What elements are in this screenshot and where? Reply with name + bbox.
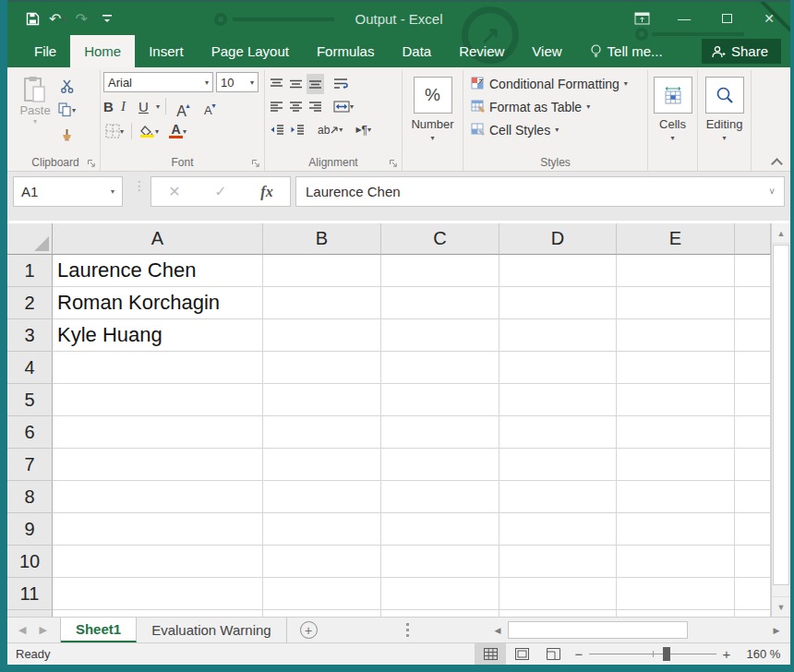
cell-partial[interactable] <box>735 384 771 416</box>
share-button[interactable]: Share <box>702 39 781 64</box>
undo-button[interactable]: ↶▾ <box>49 10 66 28</box>
cell-E5[interactable] <box>617 384 735 416</box>
text-direction-button[interactable]: ▶¶▾ <box>354 120 373 140</box>
cell-C2[interactable] <box>381 287 499 319</box>
cell-D4[interactable] <box>499 352 617 384</box>
align-center-button[interactable] <box>287 97 305 117</box>
cell-D6[interactable] <box>499 416 617 449</box>
enter-icon[interactable]: ✓ <box>214 183 226 200</box>
scroll-left-icon[interactable]: ◀ <box>489 621 506 639</box>
percent-icon[interactable]: % <box>414 77 452 114</box>
underline-button[interactable]: U <box>138 99 153 114</box>
decrease-font-size-button[interactable]: A▼ <box>199 104 217 109</box>
increase-indent-button[interactable] <box>288 120 307 140</box>
cell-partial[interactable] <box>735 578 771 610</box>
row-header-9[interactable]: 9 <box>7 513 53 546</box>
row-header-1[interactable]: 1 <box>7 255 53 287</box>
cell-B4[interactable] <box>263 352 381 384</box>
cell-partial[interactable] <box>735 287 771 319</box>
cell-E1[interactable] <box>617 255 735 287</box>
cell-B9[interactable] <box>263 513 381 546</box>
cell-B3[interactable] <box>263 319 381 352</box>
borders-dropdown-icon[interactable]: ▾ <box>120 127 124 136</box>
row-header-10[interactable]: 10 <box>7 546 53 578</box>
align-left-button[interactable] <box>268 97 285 117</box>
row-header-11[interactable]: 11 <box>7 578 53 610</box>
cell-B8[interactable] <box>263 481 381 513</box>
cell-E6[interactable] <box>617 416 735 449</box>
insert-function-icon[interactable]: fx <box>260 184 272 200</box>
decrease-indent-button[interactable] <box>268 120 286 140</box>
cell-C1[interactable] <box>381 255 499 287</box>
zoom-out-button[interactable]: − <box>569 646 589 662</box>
font-size-dropdown-icon[interactable]: ▾ <box>250 78 254 87</box>
cell-A3[interactable]: Kyle Huang <box>53 319 263 352</box>
bold-button[interactable]: B <box>103 99 118 114</box>
ribbon-tab-tell-me[interactable]: Tell me... <box>576 35 677 67</box>
cells-group[interactable]: Cells ▾ <box>648 70 698 171</box>
column-header-B[interactable]: B <box>263 223 381 255</box>
cancel-icon[interactable]: ✕ <box>168 183 180 200</box>
font-color-dropdown-icon[interactable]: ▾ <box>183 127 186 136</box>
editing-icon[interactable] <box>705 77 744 114</box>
borders-button[interactable]: ▾ <box>103 121 126 141</box>
normal-view-button[interactable] <box>475 643 506 665</box>
row-header-5[interactable]: 5 <box>7 384 53 416</box>
fill-color-dropdown-icon[interactable]: ▾ <box>155 127 159 136</box>
scroll-down-icon[interactable]: ▼ <box>772 596 790 617</box>
cell-C3[interactable] <box>381 319 499 352</box>
vertical-scrollbar[interactable]: ▲ ▼ <box>771 223 790 617</box>
cell-A4[interactable] <box>53 352 263 384</box>
cell-D5[interactable] <box>499 384 617 416</box>
select-all-corner[interactable] <box>7 223 53 255</box>
cell-B5[interactable] <box>263 384 381 416</box>
row-header-2[interactable]: 2 <box>7 287 53 319</box>
redo-button[interactable]: ↷▾ <box>75 10 91 28</box>
customize-qat-button[interactable] <box>102 13 113 24</box>
cell-E7[interactable] <box>617 449 735 481</box>
cell-partial[interactable] <box>735 546 771 578</box>
cell-E10[interactable] <box>617 546 735 578</box>
zoom-slider[interactable] <box>589 643 716 665</box>
page-break-preview-button[interactable] <box>537 643 569 665</box>
collapse-ribbon-icon[interactable] <box>773 157 781 165</box>
cell-D9[interactable] <box>499 513 617 546</box>
cell-E12[interactable] <box>617 610 735 617</box>
text-direction-dropdown-icon[interactable]: ▾ <box>367 126 371 134</box>
horizontal-scrollbar[interactable]: ◀ ▶ <box>489 621 785 639</box>
cell-C9[interactable] <box>381 513 499 546</box>
cell-D10[interactable] <box>499 546 617 578</box>
page-layout-view-button[interactable] <box>506 643 537 665</box>
column-header-E[interactable]: E <box>617 223 735 255</box>
conditional-formatting-dropdown-icon[interactable]: ▾ <box>624 79 628 88</box>
ribbon-tab-insert[interactable]: Insert <box>135 35 198 67</box>
cell-B11[interactable] <box>263 578 381 610</box>
cell-B2[interactable] <box>263 287 381 319</box>
cell-A2[interactable]: Roman Korchagin <box>53 287 263 319</box>
ribbon-tab-file[interactable]: File <box>20 35 70 67</box>
cell-E9[interactable] <box>617 513 735 546</box>
formula-bar-splitter[interactable]: ⋮ <box>133 183 146 188</box>
align-right-button[interactable] <box>307 97 324 117</box>
format-as-table-dropdown-icon[interactable]: ▾ <box>586 102 590 111</box>
horizontal-scrollbar-thumb[interactable] <box>508 621 688 639</box>
font-dialog-launcher-icon[interactable] <box>251 159 260 168</box>
ribbon-tab-page-layout[interactable]: Page Layout <box>198 35 303 67</box>
ribbon-tab-formulas[interactable]: Formulas <box>303 35 389 67</box>
cell-A10[interactable] <box>53 546 263 578</box>
cell-partial[interactable] <box>735 416 771 449</box>
orientation-button[interactable]: ab▾ <box>316 120 344 140</box>
cell-D11[interactable] <box>499 578 617 610</box>
cell-B1[interactable] <box>263 255 381 287</box>
underline-dropdown-icon[interactable]: ▾ <box>156 102 160 111</box>
cell-A5[interactable] <box>53 384 263 416</box>
copy-dropdown-icon[interactable]: ▾ <box>72 106 76 114</box>
cell-B7[interactable] <box>263 449 381 481</box>
cell-E2[interactable] <box>617 287 735 319</box>
cell-D12[interactable] <box>499 610 617 617</box>
cell-D7[interactable] <box>499 449 617 481</box>
cell-styles-dropdown-icon[interactable]: ▾ <box>555 126 559 134</box>
cell-C10[interactable] <box>381 546 499 578</box>
tab-scrollbar-splitter[interactable] <box>406 629 409 631</box>
cell-E3[interactable] <box>617 319 735 352</box>
